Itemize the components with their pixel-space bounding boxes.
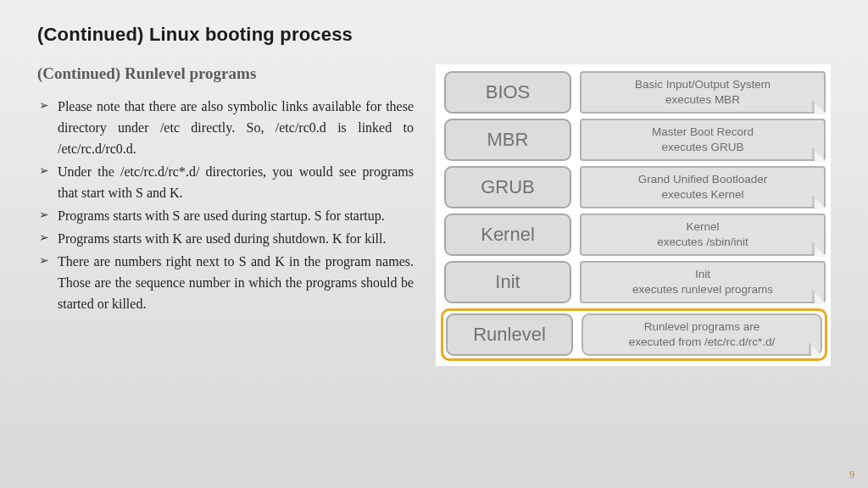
bullet-list: Please note that there are also symbolic… — [37, 97, 414, 315]
stage-desc-line: executes GRUB — [662, 140, 744, 155]
list-item: Please note that there are also symbolic… — [39, 97, 414, 160]
page-number: 9 — [849, 469, 854, 481]
page-fold-icon — [812, 100, 824, 112]
stage-desc-line: Kernel — [686, 219, 719, 235]
page-fold-icon — [812, 195, 824, 207]
diagram-row-bios: BIOS Basic Input/Output System executes … — [444, 71, 826, 114]
stage-description: Init executes runlevel programs — [580, 261, 826, 303]
text-column: (Continued) Runlevel programs Please not… — [37, 64, 414, 317]
section-subtitle: (Continued) Runlevel programs — [37, 64, 414, 83]
stage-desc-line: executed from /etc/rc.d/rc*.d/ — [629, 335, 776, 350]
stage-description: Master Boot Record executes GRUB — [580, 119, 826, 161]
stage-label: Kernel — [444, 214, 571, 256]
stage-description: Basic Input/Output System executes MBR — [580, 71, 826, 114]
diagram-row-kernel: Kernel Kernel executes /sbin/init — [444, 214, 826, 256]
diagram-row-runlevel: Runlevel Runlevel programs are executed … — [441, 308, 827, 361]
stage-desc-line: Init — [695, 267, 710, 282]
page-fold-icon — [809, 342, 821, 354]
stage-desc-line: executes /sbin/init — [657, 235, 748, 250]
list-item: Under the /etc/rc.d/rc*.d/ directories, … — [39, 162, 414, 204]
stage-description: Kernel executes /sbin/init — [580, 214, 826, 256]
content-area: (Continued) Runlevel programs Please not… — [37, 64, 831, 366]
list-item: Programs starts with S are used during s… — [39, 206, 414, 227]
list-item: Programs starts with K are used during s… — [39, 229, 414, 250]
slide: (Continued) Linux booting process (Conti… — [0, 0, 868, 488]
stage-description: Runlevel programs are executed from /etc… — [581, 313, 822, 356]
page-fold-icon — [812, 290, 824, 302]
stage-label: MBR — [444, 119, 571, 161]
list-item: There are numbers right next to S and K … — [39, 252, 414, 315]
stage-desc-line: executes Kernel — [662, 187, 744, 202]
slide-title: (Continued) Linux booting process — [37, 24, 831, 46]
stage-label: Runlevel — [446, 313, 573, 356]
stage-description: Grand Unified Bootloader executes Kernel — [580, 166, 826, 208]
stage-desc-line: Basic Input/Output System — [635, 77, 771, 92]
boot-diagram: BIOS Basic Input/Output System executes … — [436, 64, 831, 366]
stage-desc-line: Grand Unified Bootloader — [638, 172, 767, 187]
diagram-row-grub: GRUB Grand Unified Bootloader executes K… — [444, 166, 826, 208]
stage-desc-line: Runlevel programs are — [644, 319, 760, 335]
page-fold-icon — [812, 242, 824, 254]
page-fold-icon — [812, 147, 824, 159]
stage-desc-line: Master Boot Record — [652, 125, 754, 140]
stage-desc-line: executes MBR — [665, 92, 740, 108]
stage-label: BIOS — [444, 71, 571, 114]
stage-label: GRUB — [444, 166, 571, 208]
diagram-row-mbr: MBR Master Boot Record executes GRUB — [444, 119, 826, 161]
stage-desc-line: executes runlevel programs — [632, 282, 773, 297]
diagram-row-init: Init Init executes runlevel programs — [444, 261, 826, 303]
stage-label: Init — [444, 261, 571, 303]
